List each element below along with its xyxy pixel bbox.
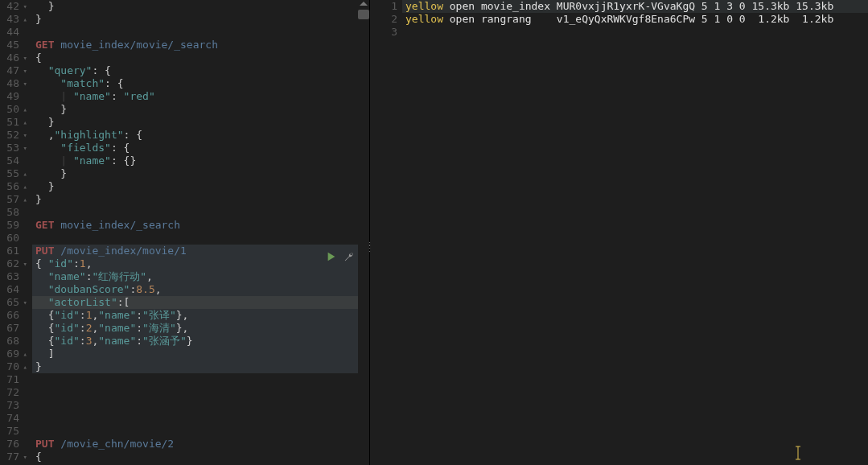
gutter-line: 58 bbox=[0, 206, 27, 219]
gutter-line: 64 bbox=[0, 283, 27, 296]
gutter-line: 46▾ bbox=[0, 51, 27, 64]
code-line[interactable] bbox=[32, 373, 369, 386]
code-line[interactable]: GET movie_index/movie/_search bbox=[32, 39, 369, 51]
code-line[interactable]: { bbox=[32, 51, 369, 64]
gutter-line: 49 bbox=[0, 90, 27, 103]
gutter-line: 61 bbox=[0, 245, 27, 257]
code-line[interactable]: "actorList":[ bbox=[32, 296, 369, 309]
gutter-line: 71 bbox=[0, 373, 27, 386]
code-line[interactable]: {"id":3,"name":"张涵予"} bbox=[32, 335, 369, 348]
gutter-line: 48▾ bbox=[0, 77, 27, 90]
fold-marker-icon[interactable]: ▴ bbox=[21, 180, 27, 193]
code-line[interactable]: ] bbox=[32, 348, 369, 360]
code-line[interactable] bbox=[32, 399, 369, 412]
code-line[interactable]: } bbox=[32, 0, 369, 13]
gutter-line: 44 bbox=[0, 26, 27, 39]
code-line[interactable]: } bbox=[32, 180, 369, 193]
code-line[interactable]: "query": { bbox=[32, 64, 369, 77]
fold-marker-icon[interactable]: ▾ bbox=[21, 257, 27, 270]
gutter-line: 42▾ bbox=[0, 0, 27, 13]
code-line[interactable]: {"id":1,"name":"张译"}, bbox=[32, 309, 369, 322]
gutter-line: 3 bbox=[370, 26, 397, 39]
code-line[interactable]: { bbox=[32, 451, 369, 463]
fold-marker-icon[interactable]: ▾ bbox=[21, 0, 27, 13]
fold-marker-icon[interactable]: ▾ bbox=[21, 51, 27, 64]
code-line[interactable]: yellow open rangrang v1_eQyQxRWKVgf8Ena6… bbox=[402, 13, 868, 26]
gutter-line: 63 bbox=[0, 270, 27, 283]
code-line[interactable]: "doubanScore":8.5, bbox=[32, 283, 369, 296]
response-output-pane: ⋮⋮ 123 yellow open movie_index MUR0vxjjR… bbox=[370, 0, 868, 465]
code-line[interactable] bbox=[32, 412, 369, 425]
code-line[interactable]: } bbox=[32, 193, 369, 206]
gutter-line: 62▾ bbox=[0, 257, 27, 270]
code-line[interactable] bbox=[32, 26, 369, 39]
fold-marker-icon[interactable]: ▴ bbox=[21, 116, 27, 129]
svg-marker-0 bbox=[328, 253, 335, 261]
code-line[interactable] bbox=[32, 425, 369, 438]
code-line[interactable]: GET movie_index/_search bbox=[32, 219, 369, 232]
code-line[interactable]: "match": { bbox=[32, 77, 369, 90]
fold-marker-icon[interactable]: ▴ bbox=[21, 103, 27, 116]
gutter-line: 52▾ bbox=[0, 129, 27, 142]
fold-marker-icon[interactable]: ▴ bbox=[21, 348, 27, 360]
gutter-line: 1 bbox=[370, 0, 397, 13]
code-line[interactable]: yellow open movie_index MUR0vxjjR1yxrK-V… bbox=[402, 0, 868, 13]
request-editor-pane: 42▾43▴444546▾47▾48▾4950▴51▴52▾53▾5455▴56… bbox=[0, 0, 370, 465]
code-line[interactable]: } bbox=[32, 167, 369, 180]
fold-marker-icon[interactable]: ▾ bbox=[21, 77, 27, 90]
fold-marker-icon[interactable]: ▴ bbox=[21, 193, 27, 206]
code-line[interactable]: | "name": {} bbox=[32, 154, 369, 167]
output-code-area[interactable]: yellow open movie_index MUR0vxjjR1yxrK-V… bbox=[402, 0, 868, 465]
gutter-line: 69▴ bbox=[0, 348, 27, 360]
gutter-line: 60 bbox=[0, 232, 27, 245]
scrollbar-up-arrow[interactable] bbox=[360, 2, 368, 6]
gutter-line: 47▾ bbox=[0, 64, 27, 77]
gutter-line: 74 bbox=[0, 412, 27, 425]
fold-marker-icon[interactable]: ▴ bbox=[21, 13, 27, 26]
code-line[interactable]: { "id":1, bbox=[32, 257, 369, 270]
editor-scrollbar[interactable] bbox=[358, 0, 369, 465]
scrollbar-thumb[interactable] bbox=[358, 10, 369, 19]
gutter-line: 67 bbox=[0, 322, 27, 335]
fold-marker-icon[interactable]: ▴ bbox=[21, 167, 27, 180]
code-line[interactable]: "name":"红海行动", bbox=[32, 270, 369, 283]
fold-marker-icon[interactable]: ▾ bbox=[21, 451, 27, 463]
fold-marker-icon[interactable]: ▾ bbox=[21, 129, 27, 142]
code-line[interactable]: "fields": { bbox=[32, 142, 369, 154]
fold-marker-icon[interactable]: ▾ bbox=[21, 64, 27, 77]
code-line[interactable]: } bbox=[32, 13, 369, 26]
editor-gutter: 42▾43▴444546▾47▾48▾4950▴51▴52▾53▾5455▴56… bbox=[0, 0, 32, 465]
run-request-icon[interactable] bbox=[326, 251, 337, 265]
code-line[interactable]: } bbox=[32, 360, 369, 373]
code-line[interactable]: ,"highlight": { bbox=[32, 129, 369, 142]
gutter-line: 75 bbox=[0, 425, 27, 438]
editor-code-area[interactable]: }}GET movie_index/movie/_search{ "query"… bbox=[32, 0, 369, 465]
fold-marker-icon[interactable]: ▾ bbox=[21, 296, 27, 309]
code-line[interactable] bbox=[402, 26, 868, 39]
code-line[interactable]: PUT /movie_chn/movie/2 bbox=[32, 438, 369, 451]
splitter-handle-icon[interactable]: ⋮⋮ bbox=[365, 245, 375, 251]
code-line[interactable] bbox=[32, 206, 369, 219]
fold-marker-icon[interactable]: ▴ bbox=[21, 360, 27, 373]
code-line[interactable]: } bbox=[32, 116, 369, 129]
fold-marker-icon[interactable]: ▾ bbox=[21, 142, 27, 154]
gutter-line: 53▾ bbox=[0, 142, 27, 154]
code-line[interactable]: PUT /movie_index/movie/1 bbox=[32, 245, 369, 257]
code-line[interactable] bbox=[32, 232, 369, 245]
gutter-line: 2 bbox=[370, 13, 397, 26]
gutter-line: 77▾ bbox=[0, 451, 27, 463]
gutter-line: 50▴ bbox=[0, 103, 27, 116]
gutter-line: 56▴ bbox=[0, 180, 27, 193]
gutter-line: 65▾ bbox=[0, 296, 27, 309]
gutter-line: 72 bbox=[0, 386, 27, 399]
gutter-line: 57▴ bbox=[0, 193, 27, 206]
code-line[interactable]: | "name": "red" bbox=[32, 90, 369, 103]
gutter-line: 70▴ bbox=[0, 360, 27, 373]
code-line[interactable]: } bbox=[32, 103, 369, 116]
gutter-line: 54 bbox=[0, 154, 27, 167]
code-line[interactable] bbox=[32, 386, 369, 399]
gutter-line: 43▴ bbox=[0, 13, 27, 26]
code-line[interactable]: {"id":2,"name":"海清"}, bbox=[32, 322, 369, 335]
gutter-line: 76 bbox=[0, 438, 27, 451]
wrench-icon[interactable] bbox=[343, 251, 355, 265]
